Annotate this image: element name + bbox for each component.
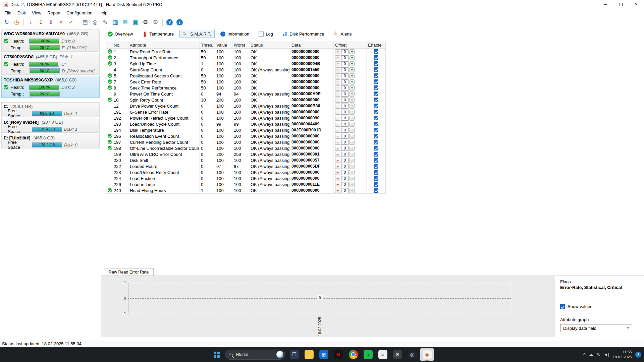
smart-row[interactable]: 197 Current Pending Sector Count 0 100 1… (106, 139, 385, 145)
smart-row[interactable]: 12 Drive Power Cycle Count 0 100 100 OK … (106, 103, 385, 109)
offset-decrease-button[interactable]: − (335, 152, 340, 157)
partition-item[interactable]: D: [Nový svazek] (207,0 GB) Free Space 1… (1, 118, 100, 133)
smart-row[interactable]: 226 Load-in Time 0 100 100 OK (Always pa… (106, 181, 385, 187)
taskbar-app-explorer[interactable] (302, 348, 316, 361)
offset-decrease-button[interactable]: − (335, 134, 340, 139)
maximize-button[interactable] (613, 0, 629, 9)
tray-cloud-icon[interactable]: ☁ (589, 352, 593, 357)
smart-row[interactable]: 191 G-Sense Error Rate 0 100 100 OK (Alw… (106, 109, 385, 115)
offset-field[interactable]: 0 (341, 85, 348, 90)
taskbar-app-spotify[interactable]: ≈ (361, 348, 375, 361)
taskbar-app-store[interactable]: ⊞ (317, 348, 330, 361)
remove-disk-icon[interactable]: × (56, 18, 65, 27)
tray-volume-icon[interactable]: ◄) (603, 352, 609, 357)
offset-decrease-button[interactable]: − (335, 49, 340, 54)
menu-disk[interactable]: Disk (14, 9, 29, 16)
offset-field[interactable]: 0 (341, 104, 348, 109)
print-icon[interactable]: ▤ (80, 18, 90, 27)
offset-decrease-button[interactable]: − (335, 182, 340, 187)
offset-decrease-button[interactable]: − (335, 170, 340, 175)
offset-field[interactable]: 0 (341, 55, 348, 60)
offset-field[interactable]: 0 (341, 98, 348, 103)
offset-decrease-button[interactable]: − (335, 146, 340, 151)
enable-checkbox[interactable] (374, 128, 378, 132)
offset-decrease-button[interactable]: − (335, 85, 340, 90)
smart-row[interactable]: 10 Spin Retry Count 30 208 100 OK 000000… (106, 97, 385, 103)
offset-increase-button[interactable]: + (350, 170, 355, 175)
smart-row[interactable]: 1 Raw Read Error Rate 50 100 100 OK 0000… (106, 49, 385, 55)
menu-report[interactable]: Report (44, 9, 63, 16)
offset-increase-button[interactable]: + (350, 79, 355, 84)
smart-row[interactable]: 220 Disk Shift 0 100 100 OK (Always pass… (106, 157, 385, 163)
partition-item[interactable]: C: (258,1 GB) Free Space 63,6 GB Disk: 1 (1, 102, 100, 117)
enable-checkbox[interactable] (374, 49, 378, 54)
offset-increase-button[interactable]: + (350, 122, 355, 127)
disk-item[interactable]: CT500P2SSD8 (465,8 GB) Disk: 1 Health: 9… (1, 53, 100, 75)
offset-decrease-button[interactable]: − (335, 128, 340, 133)
tray-chevron-up-icon[interactable]: ^ (583, 352, 585, 357)
quick-report-icon[interactable]: ↓ (26, 18, 35, 27)
offset-increase-button[interactable]: + (350, 176, 355, 181)
toolbar-separator[interactable] (22, 18, 25, 26)
smart-row[interactable]: 7 Seek Error Rate 50 100 100 OK 00000000… (106, 79, 385, 85)
enable-checkbox[interactable] (374, 116, 378, 120)
smart-row[interactable]: 9 Power On Time Count 0 94 94 OK (Always… (106, 91, 385, 97)
smart-row[interactable]: 223 Load/Unload Retry Count 0 100 100 OK… (106, 169, 385, 175)
offset-field[interactable]: 0 (341, 110, 348, 115)
offset-increase-button[interactable]: + (350, 110, 355, 115)
offset-increase-button[interactable]: + (350, 128, 355, 133)
offset-field[interactable]: 0 (341, 122, 348, 127)
offset-increase-button[interactable]: + (350, 61, 355, 66)
taskbar-app-notes[interactable]: ≡ (376, 348, 389, 361)
menu-file[interactable]: File (1, 9, 14, 16)
taskbar-app-netflix[interactable]: N (332, 348, 345, 361)
offset-increase-button[interactable]: + (350, 134, 355, 139)
offset-increase-button[interactable]: + (350, 182, 355, 187)
offset-increase-button[interactable]: + (350, 146, 355, 151)
offset-decrease-button[interactable]: − (335, 188, 340, 193)
offset-field[interactable]: 0 (341, 79, 348, 84)
menu-view[interactable]: View (29, 9, 44, 16)
offset-field[interactable]: 0 (341, 134, 348, 139)
enable-checkbox[interactable] (374, 176, 378, 181)
offset-field[interactable]: 0 (341, 182, 348, 187)
smart-row[interactable]: 224 Load Friction 0 100 100 OK (Always p… (106, 175, 385, 181)
enable-checkbox[interactable] (374, 134, 378, 138)
offset-decrease-button[interactable]: − (335, 116, 340, 121)
enable-checkbox[interactable] (374, 170, 378, 175)
tab-smart[interactable]: S.M.A.R.T. (179, 30, 215, 38)
close-button[interactable]: × (629, 0, 644, 9)
tab-overview[interactable]: Overview (104, 30, 137, 38)
enable-checkbox[interactable] (374, 85, 378, 90)
offset-field[interactable]: 0 (341, 176, 348, 181)
smart-row[interactable]: 193 Load/Unload Cycle Count 0 99 99 OK (… (106, 121, 385, 127)
enable-checkbox[interactable] (374, 104, 378, 108)
taskbar-app-settings[interactable]: ⚙ (391, 348, 404, 361)
offset-increase-button[interactable]: + (350, 188, 355, 193)
tab-alerts[interactable]: Alerts (330, 30, 355, 38)
show-values-checkbox[interactable] (560, 304, 565, 309)
taskbar-clock[interactable]: 11:55 18.02.2025 (612, 350, 632, 360)
disk-item[interactable]: WDC WD5000AURX-63UY4Y0 (465,8 GB) Health… (1, 29, 100, 52)
enable-checkbox[interactable] (374, 98, 378, 102)
offset-decrease-button[interactable]: − (335, 67, 340, 72)
smart-row[interactable]: 5 Reallocated Sectors Count 50 100 100 O… (106, 73, 385, 79)
offset-increase-button[interactable]: + (350, 158, 355, 163)
smart-row[interactable]: 199 Ultra ATA CRC Error Count 0 200 253 … (106, 151, 385, 157)
minimize-button[interactable] (598, 0, 613, 9)
smart-row[interactable]: 222 Loaded Hours 0 97 97 OK (Always pass… (106, 163, 385, 169)
offset-field[interactable]: 0 (341, 116, 348, 121)
offset-field[interactable]: 0 (341, 152, 348, 157)
offset-field[interactable]: 0 (341, 146, 348, 151)
offset-increase-button[interactable]: + (350, 116, 355, 121)
accept-disk-icon[interactable]: ✓ (66, 18, 75, 27)
edit-comment-icon[interactable]: ✎ (101, 18, 110, 27)
offset-field[interactable]: 0 (341, 170, 348, 175)
toolbar-separator[interactable] (76, 18, 79, 26)
preferences-icon[interactable]: ⚙ (151, 18, 160, 27)
disk-item[interactable]: TOSHIBA MK5059GSXP (465,8 GB) Health: 10… (1, 76, 100, 98)
offset-increase-button[interactable]: + (350, 104, 355, 109)
offset-decrease-button[interactable]: − (335, 176, 340, 181)
offset-decrease-button[interactable]: − (335, 61, 340, 66)
offset-increase-button[interactable]: + (350, 73, 355, 78)
